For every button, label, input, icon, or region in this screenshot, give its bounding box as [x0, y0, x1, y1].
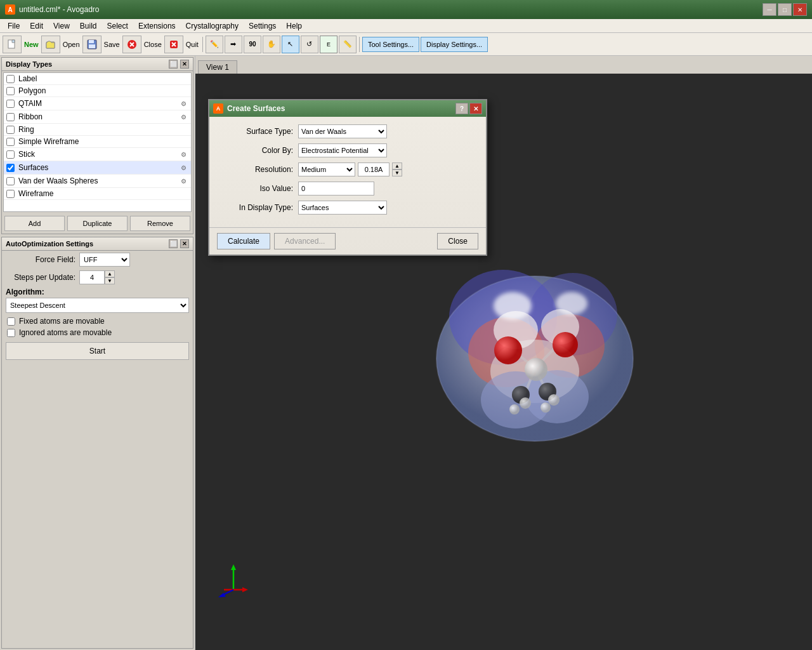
measure-tool[interactable]: 📏 [339, 36, 357, 53]
list-item[interactable]: Stick ⚙ [4, 148, 191, 161]
display-settings-button[interactable]: Display Settings... [421, 37, 488, 52]
menu-view[interactable]: View [48, 20, 75, 32]
ribbon-checkbox[interactable] [6, 113, 15, 121]
dialog-close-action-button[interactable]: Close [437, 233, 478, 249]
axis-indicator [214, 561, 252, 599]
auto-optimization-title: AutoOptimization Settings [6, 240, 93, 248]
menu-edit[interactable]: Edit [25, 20, 48, 32]
menu-settings[interactable]: Settings [244, 20, 281, 32]
maximize-button[interactable]: □ [778, 3, 792, 16]
stick-settings-icon[interactable]: ⚙ [178, 149, 188, 159]
list-item[interactable]: Polygon [4, 85, 191, 97]
list-item[interactable]: Simple Wireframe [4, 136, 191, 148]
menu-help[interactable]: Help [281, 20, 307, 32]
add-button[interactable]: Add [4, 216, 65, 231]
spin-up-button[interactable]: ▲ [105, 270, 115, 277]
auto-close-button[interactable]: ✕ [180, 239, 189, 248]
close-button[interactable]: ✕ [793, 3, 807, 16]
resolution-spin-up[interactable]: ▲ [392, 162, 402, 169]
auto-panel-controls: ⬜ ✕ [169, 239, 189, 248]
float-button[interactable]: ⬜ [169, 60, 178, 69]
tool-settings-button[interactable]: Tool Settings... [362, 37, 419, 52]
list-item[interactable]: Ring [4, 124, 191, 136]
rotate-tool[interactable]: ↺ [301, 36, 318, 53]
hand-tool[interactable]: ✋ [263, 36, 280, 53]
qtaim-checkbox[interactable] [6, 100, 15, 108]
arrow-tool[interactable]: ➡ [225, 36, 242, 53]
polygon-checkbox[interactable] [6, 87, 15, 95]
ribbon-settings-icon[interactable]: ⚙ [178, 112, 188, 122]
new-button[interactable] [3, 36, 22, 53]
duplicate-button[interactable]: Duplicate [67, 216, 128, 231]
tab-view1[interactable]: View 1 [198, 60, 237, 74]
advanced-button[interactable]: Advanced... [274, 233, 336, 249]
surfaces-checkbox[interactable] [6, 164, 15, 172]
stick-checkbox[interactable] [6, 150, 15, 159]
dialog-footer-left: Calculate Advanced... [217, 233, 336, 249]
dialog-help-button[interactable]: ? [455, 103, 468, 114]
start-button[interactable]: Start [6, 342, 189, 360]
dialog-title: Create Surfaces [227, 104, 455, 113]
in-display-type-select[interactable]: Surfaces [298, 201, 387, 215]
vdw-settings-icon[interactable]: ⚙ [178, 176, 188, 186]
list-item[interactable]: Ribbon ⚙ [4, 110, 191, 124]
resolution-number-input[interactable] [358, 162, 390, 176]
menu-file[interactable]: File [3, 20, 25, 32]
list-item[interactable]: Wireframe [4, 188, 191, 200]
spin-down-button[interactable]: ▼ [105, 277, 115, 284]
steps-input[interactable] [79, 270, 105, 284]
list-item[interactable]: QTAIM ⚙ [4, 97, 191, 110]
qtaim-settings-icon[interactable]: ⚙ [178, 98, 188, 109]
viewport[interactable]: A Create Surfaces ? ✕ Surface Type: [195, 74, 812, 650]
svg-point-33 [509, 404, 520, 415]
open-label: Open [62, 41, 81, 48]
quit-button[interactable] [164, 36, 183, 53]
menu-build[interactable]: Build [75, 20, 102, 32]
select-tool[interactable]: ↖ [282, 36, 299, 53]
remove-button[interactable]: Remove [130, 216, 190, 231]
wireframe-checkbox[interactable] [6, 190, 15, 198]
color-by-select[interactable]: Electrostatic Potential None Atom Index … [298, 143, 387, 157]
ignored-atoms-checkbox[interactable] [7, 329, 15, 337]
surfaces-settings-icon[interactable]: ⚙ [178, 162, 188, 173]
surface-type-select[interactable]: Van der Waals Solvent Accessible Solvent… [298, 124, 387, 138]
menu-extensions[interactable]: Extensions [133, 20, 181, 32]
vdw-checkbox[interactable] [6, 177, 15, 185]
algorithm-select[interactable]: Steepest Descent Conjugate Gradients BFG… [6, 298, 189, 313]
save-button[interactable] [82, 36, 102, 53]
force-field-label: Force Field: [6, 255, 75, 264]
label-checkbox[interactable] [6, 75, 15, 83]
bond-tool[interactable]: 90 [244, 36, 261, 53]
molecule-display [414, 260, 655, 463]
save-label: Save [103, 41, 121, 48]
close-doc-button[interactable] [122, 36, 141, 53]
auto-float-button[interactable]: ⬜ [169, 239, 178, 248]
left-panel: Display Types ⬜ ✕ Label Polygon [0, 56, 195, 650]
fixed-atoms-checkbox[interactable] [7, 317, 15, 326]
surface-type-row: Surface Type: Van der Waals Solvent Acce… [217, 124, 478, 138]
iso-value-input[interactable] [298, 182, 374, 196]
list-item[interactable]: Van der Waals Spheres ⚙ [4, 175, 191, 188]
svg-marker-40 [242, 587, 248, 592]
calculate-button[interactable]: Calculate [217, 233, 270, 249]
force-field-select[interactable]: UFF MMFF94 MMFF94s Ghemical [79, 253, 130, 267]
menu-select[interactable]: Select [102, 20, 133, 32]
ring-checkbox[interactable] [6, 126, 15, 134]
open-button[interactable] [41, 36, 60, 53]
list-item[interactable]: Label [4, 73, 191, 85]
draw-tool[interactable]: ✏️ [206, 36, 223, 53]
menu-crystallography[interactable]: Crystallography [181, 20, 244, 32]
iso-value-label: Iso Value: [217, 184, 293, 193]
list-item[interactable]: Surfaces ⚙ [4, 161, 191, 175]
minimize-button[interactable]: ─ [763, 3, 776, 16]
resolution-spin-down[interactable]: ▼ [392, 169, 402, 176]
display-types-title: Display Types [6, 60, 52, 68]
fixed-atoms-label: Fixed atoms are movable [19, 317, 105, 326]
create-surfaces-dialog: A Create Surfaces ? ✕ Surface Type: [208, 99, 487, 256]
resolution-select[interactable]: Very Low Low Medium High Very High [298, 162, 355, 176]
dialog-close-button[interactable]: ✕ [469, 103, 482, 114]
algorithm-label: Algorithm: [2, 286, 193, 298]
close-panel-button[interactable]: ✕ [180, 60, 189, 69]
simple-wireframe-checkbox[interactable] [6, 138, 15, 146]
element-tool[interactable]: E [320, 36, 337, 53]
